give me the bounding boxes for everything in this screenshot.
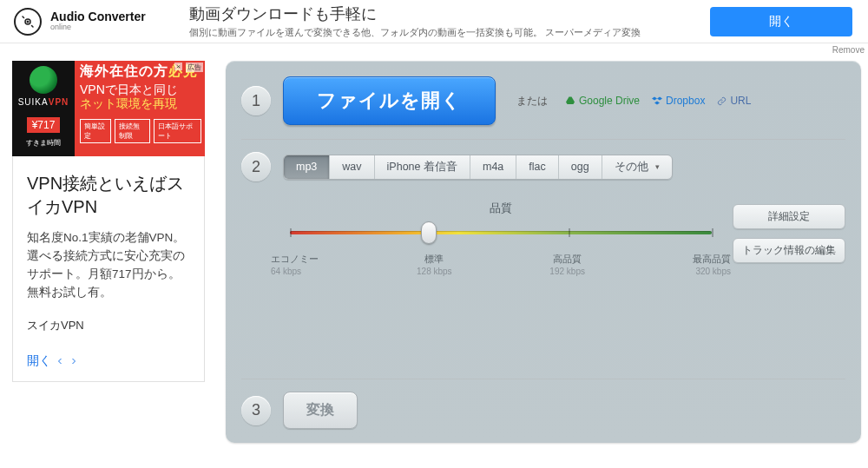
ad-pill: 接続無制限 (115, 119, 151, 143)
header: Audio Converter online 動画ダウンロードも手軽に 個別に動… (0, 0, 868, 43)
dropbox-icon (652, 96, 662, 106)
quality-slider[interactable] (290, 225, 712, 241)
chevron-down-icon: ▾ (655, 162, 660, 171)
svg-point-1 (27, 21, 29, 23)
brand-subtitle: online (50, 23, 146, 32)
ad-card-brand: スイカVPN (27, 318, 190, 333)
cloud-links: Google Drive Dropbox URL (565, 95, 751, 107)
slider-knob[interactable] (421, 221, 437, 244)
advanced-settings-button[interactable]: 詳細設定 (733, 204, 845, 229)
format-tab-ogg[interactable]: ogg (559, 155, 602, 179)
sidebar: SUIKAVPN ¥717 すきま時間 × 広告 海外在住の方必見 VPNで日本… (12, 61, 205, 443)
ad-card[interactable]: VPN接続といえばスイカVPN 知名度No.1実績の老舗VPN。選べる接続方式に… (12, 156, 205, 382)
link-icon (717, 96, 727, 106)
dropbox-link[interactable]: Dropbox (652, 95, 705, 107)
ad-pill: 日本語サポート (154, 119, 201, 143)
edit-track-info-button[interactable]: トラック情報の編集 (733, 238, 845, 263)
convert-button[interactable]: 変換 (283, 392, 358, 429)
ad-line-3: ネット環境を再現 (80, 96, 201, 112)
chevron-left-icon (55, 356, 65, 366)
step-1-row: 1 ファイルを開く または Google Drive Dropbox URL (241, 76, 845, 125)
watermelon-icon (30, 66, 57, 94)
format-segmented-control: mp3 wav iPhone 着信音 m4a flac ogg その他 ▾ (283, 155, 673, 180)
format-tab-other[interactable]: その他 ▾ (602, 155, 672, 179)
quality-label: 品質 (285, 201, 717, 216)
google-drive-icon (565, 96, 575, 106)
remove-ads-link[interactable]: Remove (832, 45, 865, 55)
ad-card-open-link[interactable]: 開く (27, 353, 79, 369)
step-number-2: 2 (241, 152, 271, 181)
step-2-row: 2 mp3 wav iPhone 着信音 m4a flac ogg その他 ▾ (241, 152, 845, 181)
ad-price: ¥717 (27, 117, 61, 133)
ad-card-title: VPN接続といえばスイカVPN (27, 172, 190, 219)
step-number-3: 3 (241, 396, 271, 425)
ad-badge: 広告 (186, 63, 203, 72)
ad-card-body: 知名度No.1実績の老舗VPN。選べる接続方式に安心充実のサポート。月額717円… (27, 229, 190, 302)
ad-headline: 海外在住の方必見 (80, 63, 201, 81)
url-link[interactable]: URL (717, 95, 751, 107)
promo-desc: 個別に動画ファイルを選んで変換できる他、フォルダ内の動画を一括変換も可能。 スー… (189, 26, 710, 39)
ad-brand: SUIKAVPN (18, 97, 69, 107)
format-tab-wav[interactable]: wav (330, 155, 374, 179)
header-promo[interactable]: 動画ダウンロードも手軽に 個別に動画ファイルを選んで変換できる他、フォルダ内の動… (189, 3, 710, 39)
chevron-right-icon (69, 356, 79, 366)
ad-small-1: すきま時間 (26, 138, 61, 148)
open-files-button[interactable]: ファイルを開く (283, 76, 496, 125)
audio-converter-icon (14, 8, 42, 36)
quality-level-best: 最高品質320 kbps (670, 253, 731, 276)
step-3-row: 3 変換 (241, 392, 358, 429)
format-tab-m4a[interactable]: m4a (470, 155, 516, 179)
main-panel: 1 ファイルを開く または Google Drive Dropbox URL (226, 61, 861, 443)
step-number-1: 1 (241, 86, 271, 115)
logo[interactable]: Audio Converter online (14, 8, 146, 36)
or-label: または (516, 94, 548, 109)
quality-level-high: 高品質192 kbps (537, 253, 598, 276)
quality-level-economy: エコノミー64 kbps (271, 253, 332, 276)
format-tab-mp3[interactable]: mp3 (284, 155, 330, 179)
divider (241, 379, 845, 379)
format-tab-flac[interactable]: flac (516, 155, 558, 179)
header-open-button[interactable]: 開く (710, 7, 852, 36)
format-tab-iphone[interactable]: iPhone 着信音 (375, 155, 470, 179)
ad-close-icon[interactable]: × (174, 63, 182, 70)
quality-level-standard: 標準128 kbps (404, 253, 464, 276)
google-drive-link[interactable]: Google Drive (565, 95, 640, 107)
quality-block: 品質 エコノミー64 kbps 標準128 kbps (241, 201, 845, 276)
promo-title: 動画ダウンロードも手軽に (189, 3, 710, 24)
brand-title: Audio Converter (50, 10, 146, 23)
ad-pill: 簡単設定 (80, 119, 111, 143)
ad-banner[interactable]: SUIKAVPN ¥717 すきま時間 × 広告 海外在住の方必見 VPNで日本… (12, 61, 205, 156)
divider (241, 139, 845, 140)
